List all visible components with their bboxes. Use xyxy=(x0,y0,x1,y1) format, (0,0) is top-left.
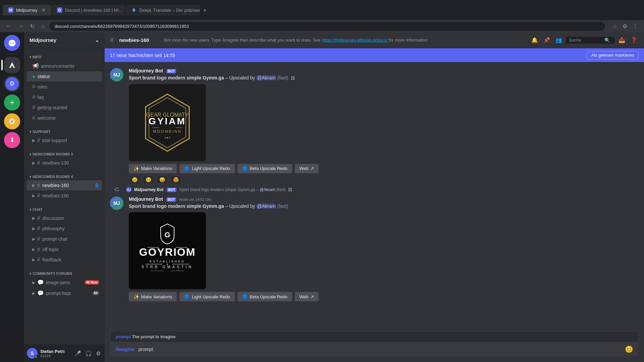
section-header-newcomer3[interactable]: ▾ NEWCOMER ROOMS 3 xyxy=(24,151,105,158)
home-button[interactable]: ⌂ xyxy=(39,22,47,31)
mark-read-button[interactable]: Als gelesen markieren xyxy=(587,51,639,59)
channel-item-announcements[interactable]: 📢 announcements xyxy=(27,61,102,71)
channel-desc-link[interactable]: https://midjourney.gitbook.io/docs/ xyxy=(322,38,388,43)
newbies-160-icon: # xyxy=(37,182,40,188)
search-bar: 🔍 xyxy=(566,37,614,44)
server-midjourney[interactable] xyxy=(4,57,20,73)
section-header-community[interactable]: ▾ COMMUNITY FORUMS xyxy=(24,270,105,277)
section-chevron-community: ▾ xyxy=(30,272,31,276)
expand-icon-newbies-160: ▶ xyxy=(32,183,35,188)
autocomplete-popup: prompt The prompt to imagine xyxy=(110,331,639,342)
channel-item-newbies-190[interactable]: ▶ # newbies-190 xyxy=(27,191,102,201)
channel-item-image-jams[interactable]: ▶ 💬 image-jams 46 New xyxy=(27,277,102,288)
prompt-faqs-badge: 84 xyxy=(92,291,99,295)
extensions-button[interactable]: ⚙ xyxy=(621,22,629,31)
server-other-1[interactable]: D xyxy=(4,76,20,92)
web-button-2[interactable]: Web ↗ xyxy=(295,292,319,301)
channel-item-prompt-faqs[interactable]: ▶ 💬 prompt-faqs 84 xyxy=(27,288,102,298)
beta-upscale-redo-button-2[interactable]: 🔵 Beta Upscale Redo xyxy=(237,292,292,301)
message-group-1: MJ Midjourney Bot BOT Sport brand logo m… xyxy=(105,67,644,185)
header-actions: 🔔 📌 👥 🔍 📥 ❓ xyxy=(530,36,639,45)
settings-button[interactable]: ⚙ xyxy=(95,349,102,358)
bookmark-button[interactable]: ☆ xyxy=(610,22,619,31)
web-button-1[interactable]: Web ↗ xyxy=(295,164,319,173)
message-input[interactable] xyxy=(139,343,621,356)
web-label-2: Web xyxy=(300,294,309,299)
channel-item-faq[interactable]: # faq xyxy=(27,92,102,102)
light-upscale-icon-1: 🔵 xyxy=(184,166,190,171)
more-button[interactable]: ⋮ xyxy=(631,22,640,31)
channel-item-status[interactable]: ● status xyxy=(27,71,102,81)
msg1-mention: @Akram xyxy=(256,75,276,80)
messages-area[interactable]: MJ Midjourney Bot BOT Sport brand logo m… xyxy=(105,62,644,331)
beta-upscale-redo-button-1[interactable]: 🔵 Beta Upscale Redo xyxy=(237,164,292,173)
light-upscale-redo-button-2[interactable]: 🔵 Light Upscale Redo xyxy=(179,292,234,301)
address-input[interactable] xyxy=(49,22,605,31)
tab-deepl[interactable]: D DeepL Translate – Der präziseste... ✕ xyxy=(126,5,200,15)
section-header-chat[interactable]: ▾ CHAT xyxy=(24,206,105,213)
reply-context: MJ Midjourney Bot BOT Sport brand logo m… xyxy=(105,185,644,194)
server-home[interactable] xyxy=(4,35,20,51)
deafen-button[interactable]: 🎧 xyxy=(84,349,93,358)
message-header-2: Midjourney Bot BOT heute um 14:52 Uhr xyxy=(129,196,639,202)
address-bar-row: ← → ↻ ⌂ ☆ ⚙ ⋮ xyxy=(0,20,644,32)
members-button[interactable]: 👥 xyxy=(554,36,564,45)
section-chevron-newcomer3: ▾ xyxy=(30,153,31,156)
help-button[interactable]: ❓ xyxy=(629,36,639,45)
channel-item-welcome[interactable]: # welcome xyxy=(27,113,102,123)
message-author-1: Midjourney Bot xyxy=(129,68,163,73)
image-jams-icon: 💬 xyxy=(37,279,44,286)
channel-item-newbies-130[interactable]: ▶ # newbies-130 xyxy=(27,158,102,168)
tab-discord[interactable]: D Discord | #newbies-160 | Mi... ✕ xyxy=(52,5,125,15)
channel-item-getting-started[interactable]: # getting-started xyxy=(27,103,102,113)
reaction-neutral-1[interactable]: 😐 xyxy=(143,175,154,184)
tab-midjourney[interactable]: M Midjourney ✕ xyxy=(3,5,51,15)
channel-item-philosophy[interactable]: ▶ # philosophy xyxy=(27,224,102,234)
channel-item-prompt-chat[interactable]: ▶ # prompt-chat xyxy=(27,234,102,244)
notification-bell-button[interactable]: 🔔 xyxy=(530,36,539,45)
make-variations-button-1[interactable]: ✨ Make Variations xyxy=(129,164,177,173)
channel-item-newbies-160[interactable]: ▶ # newbies-160 👤 xyxy=(27,180,102,190)
app-layout: D + 🧭 ⬇ Midjourney ⌄ ▾ INFO 📢 xyxy=(0,32,644,362)
inbox-button[interactable]: 📥 xyxy=(617,36,627,45)
newbies-160-user-icon: 👤 xyxy=(94,183,99,188)
server-download[interactable]: ⬇ xyxy=(4,132,20,148)
new-tab-button[interactable]: + xyxy=(201,6,210,15)
message-content-2: Midjourney Bot BOT heute um 14:52 Uhr Sp… xyxy=(129,196,639,302)
channel-name-newbies-190: newbies-190 xyxy=(42,193,99,198)
channel-name-feedback: feedback xyxy=(42,257,99,262)
forward-button[interactable]: → xyxy=(16,22,25,31)
server-title: Midjourney xyxy=(30,37,56,43)
beta-upscale-icon-2: 🔵 xyxy=(242,294,248,299)
msg1-fast: (fast) xyxy=(277,75,288,80)
section-header-support[interactable]: ▾ SUPPORT xyxy=(24,128,105,135)
server-explore[interactable]: 🧭 xyxy=(4,113,20,129)
tab-close-midjourney[interactable]: ✕ xyxy=(42,7,46,13)
channel-item-trial-support[interactable]: ▶ # trial-support xyxy=(27,135,102,145)
user-discriminator: #3318 xyxy=(40,354,70,358)
channel-item-off-topic[interactable]: ▶ # off-topic xyxy=(27,244,102,254)
reaction-happy-1[interactable]: 😄 xyxy=(156,175,168,184)
search-input[interactable] xyxy=(569,38,602,43)
light-upscale-redo-button-1[interactable]: 🔵 Light Upscale Redo xyxy=(179,164,234,173)
pin-button[interactable]: 📌 xyxy=(542,36,551,45)
make-variations-button-2[interactable]: ✨ Make Variations xyxy=(129,292,177,301)
message-buttons-2: ✨ Make Variations 🔵 Light Upscale Redo 🔵… xyxy=(129,292,639,301)
emoji-picker-button[interactable]: 😊 xyxy=(625,345,633,353)
reload-button[interactable]: ↻ xyxy=(28,22,37,31)
back-button[interactable]: ← xyxy=(4,22,13,31)
philosophy-icon: # xyxy=(37,226,40,232)
reaction-sad-1[interactable]: 😢 xyxy=(129,175,141,184)
channel-item-discussion[interactable]: ▶ # discussion xyxy=(27,213,102,223)
channel-item-rules[interactable]: # rules xyxy=(27,82,102,92)
section-header-newcomer4[interactable]: ▾ NEWCOMER ROOMS 4 xyxy=(24,173,105,180)
mute-button[interactable]: 🎤 xyxy=(73,349,83,358)
channel-name-faq: faq xyxy=(37,95,99,100)
channel-name-trial-support: trial-support xyxy=(42,138,99,143)
reaction-love-1[interactable]: 😍 xyxy=(170,175,182,184)
channel-item-feedback[interactable]: ▶ # feedback xyxy=(27,255,102,265)
channel-name-philosophy: philosophy xyxy=(42,226,99,231)
sidebar-header[interactable]: Midjourney ⌄ xyxy=(24,32,105,48)
section-header-info[interactable]: ▾ INFO xyxy=(24,54,105,60)
server-add[interactable]: + xyxy=(4,95,20,111)
